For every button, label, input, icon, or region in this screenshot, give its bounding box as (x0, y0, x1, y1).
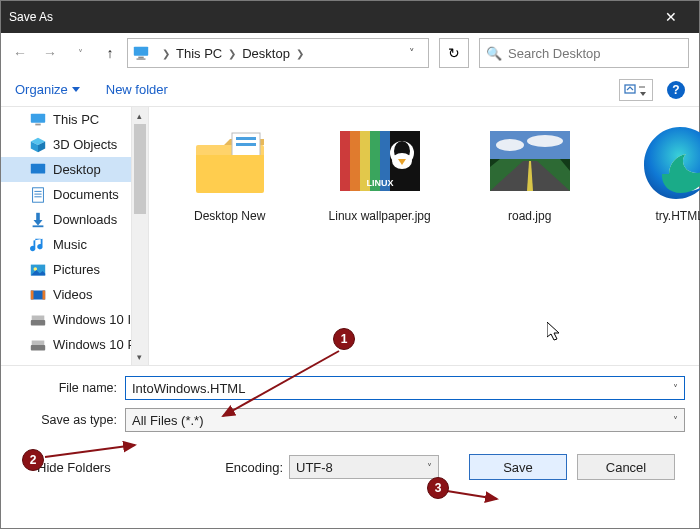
chevron-down-icon[interactable]: ˅ (673, 415, 678, 426)
sidebar-item-drive-2[interactable]: Windows 10 Pro (1, 332, 148, 357)
svg-rect-8 (35, 123, 40, 125)
close-icon[interactable]: ✕ (651, 9, 691, 25)
organize-menu[interactable]: Organize (15, 82, 80, 97)
sidebar-item-downloads[interactable]: Downloads (1, 207, 148, 232)
chevron-up-icon: ˄ (25, 461, 31, 474)
svg-rect-32 (236, 137, 256, 140)
chevron-down-icon[interactable]: ˅ (673, 383, 678, 394)
filename-input[interactable]: IntoWindows.HTML ˅ (125, 376, 685, 400)
breadcrumb-pc[interactable]: This PC (176, 46, 222, 61)
svg-rect-26 (31, 320, 45, 325)
svg-rect-36 (350, 131, 360, 191)
svg-point-46 (496, 139, 524, 151)
sidebar-item-desktop[interactable]: Desktop (1, 157, 148, 182)
save-type-label: Save as type: (15, 413, 125, 427)
sidebar-item-documents[interactable]: Documents (1, 182, 148, 207)
sidebar-item-music[interactable]: Music (1, 232, 148, 257)
scroll-down-icon[interactable]: ▾ (132, 348, 148, 365)
save-as-dialog: Save As ✕ ← → ˅ ↑ ❯ This PC ❯ Desktop ❯ … (0, 0, 700, 529)
cube-icon (29, 136, 47, 154)
pictures-icon (29, 261, 47, 279)
folder-icon (190, 121, 270, 201)
svg-text:LINUX: LINUX (366, 178, 393, 188)
refresh-button[interactable]: ↻ (439, 38, 469, 68)
svg-marker-3 (72, 87, 80, 92)
hide-folders-button[interactable]: ˄ Hide Folders (25, 460, 111, 475)
chevron-right-icon: ❯ (290, 48, 310, 59)
svg-marker-18 (34, 220, 43, 225)
chevron-right-icon: ❯ (156, 48, 176, 59)
svg-rect-24 (31, 290, 34, 299)
new-folder-button[interactable]: New folder (106, 82, 168, 97)
svg-rect-28 (31, 345, 45, 350)
history-dropdown[interactable]: ˅ (67, 40, 93, 66)
chevron-down-icon[interactable]: ˅ (427, 462, 432, 473)
up-button[interactable]: ↑ (97, 40, 123, 66)
form-area: File name: IntoWindows.HTML ˅ Save as ty… (1, 365, 699, 492)
search-input[interactable]: 🔍 Search Desktop (479, 38, 689, 68)
sidebar-item-3d-objects[interactable]: 3D Objects (1, 132, 148, 157)
scroll-up-icon[interactable]: ▴ (132, 107, 148, 124)
svg-rect-27 (32, 315, 45, 320)
monitor-icon (132, 44, 150, 62)
svg-line-55 (447, 491, 497, 499)
svg-rect-13 (33, 187, 44, 201)
address-dropdown-icon[interactable]: ˅ (400, 47, 424, 60)
edge-icon (640, 121, 700, 201)
file-item-try-html[interactable]: try.HTML (625, 121, 700, 225)
svg-rect-2 (137, 58, 146, 59)
drive-icon (29, 311, 47, 329)
nav-row: ← → ˅ ↑ ❯ This PC ❯ Desktop ❯ ˅ ↻ 🔍 Sear… (1, 33, 699, 73)
sidebar-item-drive-1[interactable]: Windows 10 Insi (1, 307, 148, 332)
sidebar: This PC 3D Objects Desktop Documents (1, 107, 149, 365)
svg-point-21 (34, 267, 38, 271)
svg-rect-19 (33, 225, 44, 227)
file-area[interactable]: Desktop New (149, 107, 700, 365)
sidebar-scrollbar[interactable]: ▴ ▾ (131, 107, 148, 365)
desktop-icon (29, 161, 47, 179)
svg-rect-35 (340, 131, 350, 191)
content-area: This PC 3D Objects Desktop Documents (1, 107, 699, 365)
toolbar: Organize New folder ? (1, 73, 699, 107)
pc-icon (29, 111, 47, 129)
file-item-road-jpg[interactable]: road.jpg (475, 121, 585, 225)
search-placeholder: Search Desktop (508, 46, 601, 61)
file-item-folder[interactable]: Desktop New (175, 121, 285, 225)
sidebar-item-videos[interactable]: Videos (1, 282, 148, 307)
view-options-button[interactable] (619, 79, 653, 101)
download-icon (29, 211, 47, 229)
help-icon[interactable]: ? (667, 81, 685, 99)
image-thumbnail: LINUX (340, 121, 420, 201)
image-thumbnail (490, 121, 570, 201)
svg-point-47 (527, 135, 563, 147)
file-item-linux-jpg[interactable]: LINUX Linux wallpaper.jpg (325, 121, 435, 225)
svg-marker-6 (640, 92, 646, 96)
address-bar[interactable]: ❯ This PC ❯ Desktop ❯ ˅ (127, 38, 429, 68)
encoding-label: Encoding: (225, 460, 283, 475)
svg-rect-33 (236, 143, 256, 146)
sidebar-item-this-pc[interactable]: This PC (1, 107, 148, 132)
search-icon: 🔍 (486, 46, 502, 61)
cancel-button[interactable]: Cancel (577, 454, 675, 480)
chevron-right-icon: ❯ (222, 48, 242, 59)
forward-button: → (37, 40, 63, 66)
svg-rect-7 (31, 113, 45, 122)
document-icon (29, 186, 47, 204)
back-button[interactable]: ← (7, 40, 33, 66)
save-type-select[interactable]: All Files (*.*) ˅ (125, 408, 685, 432)
filename-label: File name: (15, 381, 125, 395)
breadcrumb-location[interactable]: Desktop (242, 46, 290, 61)
sidebar-item-pictures[interactable]: Pictures (1, 257, 148, 282)
svg-rect-17 (36, 212, 40, 219)
svg-rect-25 (43, 290, 46, 299)
title-bar: Save As ✕ (1, 1, 699, 33)
save-button[interactable]: Save (469, 454, 567, 480)
svg-rect-29 (32, 340, 45, 345)
drive-icon (29, 336, 47, 354)
music-icon (29, 236, 47, 254)
scrollbar-thumb[interactable] (134, 124, 146, 214)
dialog-title: Save As (9, 10, 53, 24)
encoding-select[interactable]: UTF-8 ˅ (289, 455, 439, 479)
svg-rect-12 (31, 163, 45, 173)
svg-rect-1 (138, 57, 143, 59)
